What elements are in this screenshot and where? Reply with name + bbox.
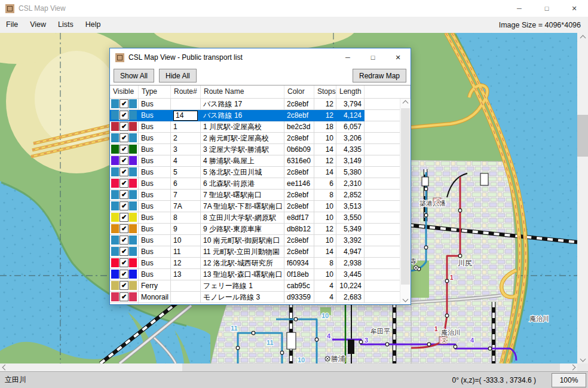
map-label: 10: [321, 312, 329, 319]
visible-checkbox[interactable]: ✔: [120, 167, 128, 176]
window-title: CSL Map View: [19, 4, 66, 13]
visible-checkbox[interactable]: ✔: [120, 247, 128, 256]
menu-file[interactable]: File: [0, 17, 24, 33]
table-row[interactable]: ✔Bus44 勝浦駅-島屋上6316e0123,149: [110, 155, 400, 167]
map-label: 1: [434, 326, 438, 332]
dialog-maximize-button[interactable]: □: [360, 48, 385, 66]
maximize-button[interactable]: □: [533, 0, 561, 17]
visible-checkbox[interactable]: ✔: [120, 292, 128, 301]
table-row[interactable]: ✔Bus7A7A 聖迫駅-下郡-曙駅南口2c8ebf103,513: [110, 201, 400, 212]
scroll-left-icon[interactable]: [0, 363, 10, 371]
route-color-swatch: ✔: [111, 281, 137, 290]
header-filler: [365, 85, 411, 98]
show-all-button[interactable]: Show All: [114, 69, 154, 83]
route-color-swatch: ✔: [111, 258, 137, 267]
map-label: 築港八幡: [419, 200, 446, 207]
list-scrollbar[interactable]: [400, 99, 411, 304]
status-coordinates: 0° (x,z)=( -333.3 , 3734.6 ): [452, 376, 552, 384]
visible-checkbox[interactable]: ✔: [120, 270, 128, 279]
map-horizontal-scrollbar[interactable]: [0, 363, 577, 371]
dialog-titlebar[interactable]: CSL Map View - Public transport list ─ □…: [110, 48, 411, 66]
route-color-swatch: ✔: [111, 236, 137, 245]
visible-checkbox[interactable]: ✔: [120, 236, 128, 245]
menu-help[interactable]: Help: [79, 17, 107, 33]
header-length[interactable]: Length: [336, 85, 365, 98]
visible-checkbox[interactable]: ✔: [120, 111, 128, 120]
table-row[interactable]: ✔Bus22 南元町駅-淀屋高校2c8ebf103,206: [110, 133, 400, 144]
visible-checkbox[interactable]: ✔: [120, 213, 128, 222]
dialog-toolbar: Show All Hide All Redraw Map: [110, 66, 411, 85]
table-row[interactable]: ✔Ferryフェリー路線 1cab95c410,224: [110, 280, 400, 292]
route-number-editbox[interactable]: 14: [173, 111, 198, 121]
table-row[interactable]: ✔Bus77 聖迫駅-曙駅南口2c8ebf82,852: [110, 190, 400, 201]
route-color-swatch: ✔: [111, 213, 137, 222]
table-row[interactable]: ✔Bus1010 南元町駅-御厨駅南口2c8ebf103,392: [110, 235, 400, 246]
menu-view[interactable]: View: [24, 17, 52, 33]
header-type[interactable]: Type: [139, 85, 171, 98]
table-row[interactable]: ✔Monorailモノレール路線 3d9335942,683: [110, 292, 400, 303]
visible-checkbox[interactable]: ✔: [120, 281, 128, 290]
route-color-swatch: ✔: [111, 179, 137, 188]
header-visible[interactable]: Visible: [110, 85, 139, 98]
table-row[interactable]: ✔Bus1313 聖迫駅-森口-曙駅南口0f18eb103,445: [110, 269, 400, 280]
dialog-title: CSL Map View - Public transport list: [128, 53, 243, 62]
minimize-button[interactable]: ─: [506, 0, 533, 17]
route-color-swatch: ✔: [111, 224, 137, 233]
vertical-scroll-thumb[interactable]: [577, 115, 588, 157]
table-row[interactable]: ✔Bus14バス路線 162c8ebf124,124: [110, 110, 400, 121]
scroll-up-icon[interactable]: [577, 33, 588, 42]
dialog-minimize-button[interactable]: ─: [335, 48, 360, 66]
map-label: 3: [365, 337, 368, 344]
horizontal-scroll-thumb[interactable]: [182, 363, 560, 371]
list-header: Visible Type Route# Route Name Color Sto…: [110, 85, 411, 99]
table-row[interactable]: ✔Bus66 北森駅-前原港ee114662,310: [110, 178, 400, 190]
table-row[interactable]: ✔Bus1111 元町駅-立田川動物園2c8ebf144,947: [110, 246, 400, 258]
header-stops[interactable]: Stops: [314, 85, 336, 98]
scroll-down-icon[interactable]: [577, 354, 588, 363]
visible-checkbox[interactable]: ✔: [120, 224, 128, 233]
list-scroll-thumb[interactable]: [401, 108, 410, 285]
table-row[interactable]: ✔Bus11 川尻駅-淀屋高校be2c3d186,057: [110, 121, 400, 133]
table-row[interactable]: ✔Busバス路線 172c8ebf123,794: [110, 99, 400, 110]
table-row[interactable]: ✔Bus55 洛北駅-立田川城2c8ebf145,380: [110, 167, 400, 178]
scroll-right-icon[interactable]: [568, 363, 577, 371]
hide-all-button[interactable]: Hide All: [159, 69, 197, 83]
app-icon: [5, 4, 14, 13]
visible-checkbox[interactable]: ✔: [120, 133, 128, 142]
route-color-swatch: ✔: [111, 156, 137, 165]
visible-checkbox[interactable]: ✔: [120, 156, 128, 165]
route-color-swatch: ✔: [111, 145, 137, 154]
visible-checkbox[interactable]: ✔: [120, 201, 128, 210]
map-label: 庵治川: [529, 315, 549, 322]
table-row[interactable]: ✔Bus99 少路駅-東原車庫db8b12125,349: [110, 224, 400, 235]
visible-checkbox[interactable]: ✔: [120, 179, 128, 188]
zoom-level-button[interactable]: 100%: [552, 373, 586, 387]
route-color-swatch: ✔: [111, 111, 137, 120]
menu-lists[interactable]: Lists: [52, 17, 79, 33]
visible-checkbox[interactable]: ✔: [120, 258, 128, 267]
header-color[interactable]: Color: [284, 85, 314, 98]
table-row[interactable]: ✔Bus1212 洛北駅-城西研究所f6093482,938: [110, 258, 400, 269]
transport-list: Visible Type Route# Route Name Color Sto…: [110, 85, 411, 304]
transport-rows: ✔Busバス路線 172c8ebf123,794✔Bus14バス路線 162c8…: [110, 99, 400, 304]
map-vertical-scrollbar[interactable]: [577, 33, 588, 363]
dialog-close-button[interactable]: ✕: [385, 48, 411, 66]
menubar: File View Lists Help Image Size = 4096*4…: [0, 17, 588, 33]
visible-checkbox[interactable]: ✔: [120, 99, 128, 108]
table-row[interactable]: ✔Bus88 立田川大学駅-網原駅e8df17103,550: [110, 212, 400, 224]
table-row[interactable]: [110, 303, 400, 304]
scrollbar-corner: [577, 363, 588, 371]
window-titlebar[interactable]: CSL Map View ─ □ ✕: [0, 0, 588, 17]
table-row[interactable]: ✔Bus33 淀屋大学駅-勝浦駅0b6b09144,335: [110, 144, 400, 155]
map-label: 川尻: [458, 259, 472, 267]
list-scroll-up-icon[interactable]: [400, 99, 411, 108]
redraw-map-button[interactable]: Redraw Map: [353, 69, 406, 83]
visible-checkbox[interactable]: ✔: [120, 122, 128, 131]
close-button[interactable]: ✕: [561, 0, 588, 17]
header-route-name[interactable]: Route Name: [201, 85, 284, 98]
map-label: 1: [450, 274, 454, 281]
header-route-no[interactable]: Route#: [171, 85, 201, 98]
list-scroll-down-icon[interactable]: [400, 295, 411, 304]
visible-checkbox[interactable]: ✔: [120, 145, 128, 154]
visible-checkbox[interactable]: ✔: [120, 190, 128, 199]
